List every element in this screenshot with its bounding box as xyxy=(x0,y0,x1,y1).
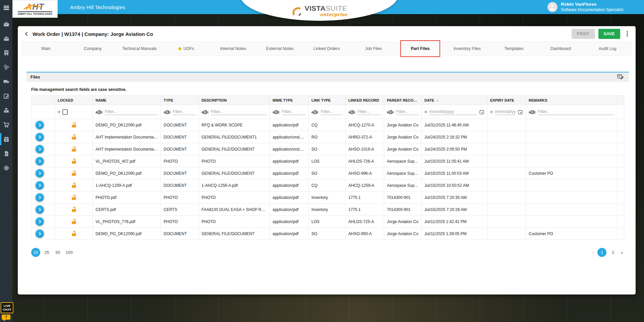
column-header-expiry-date[interactable]: EXPIRY DATE xyxy=(487,96,526,105)
expand-row-button[interactable] xyxy=(36,145,44,153)
expiry-date-filter-input[interactable] xyxy=(495,109,516,115)
column-header-description[interactable]: DESCRIPTION xyxy=(199,96,270,105)
live-chat-widget[interactable]: LIVE CHAT ? xyxy=(1,302,13,320)
cell-parent-record: Jorge Aviation Co xyxy=(384,119,422,131)
sidebar-item-company[interactable] xyxy=(0,48,12,58)
column-header-locked[interactable]: LOCKED xyxy=(55,96,93,105)
tab-job-files[interactable]: Job Files xyxy=(350,42,397,55)
back-button[interactable] xyxy=(22,30,31,38)
sidebar-item-shipping[interactable] xyxy=(0,76,12,87)
sidebar-item-sales[interactable] xyxy=(0,105,12,115)
aht-logo[interactable]: AHT AMBRY HILL TECHNOLOGIES xyxy=(12,0,58,18)
tab-udfs[interactable]: UDFs xyxy=(163,42,210,55)
text-match-icon[interactable]: abc xyxy=(164,110,171,114)
text-match-icon[interactable]: abc xyxy=(348,110,356,114)
next-page-button[interactable]: › xyxy=(620,249,624,256)
page-size-10[interactable]: 10 xyxy=(31,248,40,257)
column-header-name[interactable]: NAME xyxy=(93,96,161,105)
tab-audit-log[interactable]: Audit Log xyxy=(584,42,631,55)
text-match-icon[interactable]: abc xyxy=(96,110,103,114)
sidebar-item-purchasing[interactable] xyxy=(0,120,12,130)
page-size-selector: 102550100 xyxy=(31,248,74,257)
expand-row-button[interactable] xyxy=(36,229,44,238)
document-icon xyxy=(3,150,10,157)
tab-templates[interactable]: Templates xyxy=(490,42,537,55)
remarks-filter-input[interactable] xyxy=(538,109,614,115)
prev-page-button[interactable]: ‹ xyxy=(591,249,596,256)
equals-filter-icon[interactable]: = xyxy=(424,109,427,115)
edit-columns-button[interactable] xyxy=(616,72,625,82)
cell-linked-record: AHRO-372-A xyxy=(346,131,384,143)
page-2[interactable]: 2 xyxy=(608,248,618,257)
sidebar-item-toolbox[interactable] xyxy=(0,19,12,29)
name-filter-input[interactable] xyxy=(105,109,158,115)
sidebar-item-settings[interactable] xyxy=(0,163,12,173)
linked-record-filter-input[interactable] xyxy=(358,109,381,115)
sidebar-item-parts[interactable] xyxy=(0,62,12,72)
save-button[interactable]: SAVE xyxy=(598,29,620,39)
expand-row-button[interactable] xyxy=(36,193,44,202)
column-header-parent-record[interactable]: PARENT RECORD xyxy=(384,96,422,105)
card-header: Work Order | W1374 | Company: Jorge Avia… xyxy=(18,26,636,42)
link-type-filter-input[interactable] xyxy=(321,109,343,115)
tab-linked-orders[interactable]: Linked Orders xyxy=(303,42,350,55)
equals-filter-icon[interactable]: = xyxy=(58,109,60,115)
table-row: DEMO_PO_DK12090.pdf DOCUMENT GENERAL FIL… xyxy=(32,228,624,240)
page-size-25[interactable]: 25 xyxy=(42,248,51,257)
hamburger-menu-button[interactable] xyxy=(0,3,12,13)
expand-row-button[interactable] xyxy=(36,169,44,177)
text-match-icon[interactable]: abc xyxy=(387,110,394,114)
more-options-button[interactable] xyxy=(624,29,631,39)
expand-row-button[interactable] xyxy=(36,157,44,165)
cell-expiry-date xyxy=(487,192,526,204)
tab-part-files[interactable]: Part Files xyxy=(397,42,444,55)
page-size-100[interactable]: 100 xyxy=(64,248,74,257)
column-header-linked-record[interactable]: LINKED RECORD xyxy=(346,96,384,105)
text-match-icon[interactable]: abc xyxy=(311,110,319,114)
text-match-icon[interactable]: abc xyxy=(201,110,209,114)
expand-row-button[interactable] xyxy=(36,121,44,129)
column-header-type[interactable]: TYPE xyxy=(161,96,199,105)
equals-filter-icon[interactable]: = xyxy=(490,109,493,115)
mime-type-filter-input[interactable] xyxy=(282,109,306,115)
date-calendar-button[interactable] xyxy=(479,109,484,115)
cell-expiry-date xyxy=(487,179,526,192)
text-match-icon[interactable]: abc xyxy=(273,110,280,114)
expand-row-button[interactable] xyxy=(36,205,44,214)
tab-company[interactable]: Company xyxy=(69,42,116,55)
sidebar-item-quotes[interactable] xyxy=(0,91,12,101)
tab-external-notes[interactable]: External Notes xyxy=(256,42,303,55)
type-filter-input[interactable] xyxy=(173,109,196,115)
user-profile[interactable]: Robin VanFlores Software Documentation S… xyxy=(547,2,623,12)
sidebar-item-invoices[interactable] xyxy=(0,149,12,159)
cell-mime-type: application/pdf xyxy=(270,167,309,179)
tab-dashboard[interactable]: Dashboard xyxy=(537,42,584,55)
column-header-mime-type[interactable]: MIME TYPE xyxy=(270,96,309,105)
print-button[interactable]: PRINT xyxy=(572,29,595,39)
column-header-date[interactable]: DATE↓ xyxy=(422,96,487,105)
expiry-calendar-button[interactable] xyxy=(518,109,523,115)
tab-technical-manuals[interactable]: Technical Manuals xyxy=(116,42,163,55)
column-header-remarks[interactable]: REMARKS xyxy=(526,96,618,105)
tab-main[interactable]: Main xyxy=(22,42,69,55)
sidebar-item-toolbox-2[interactable] xyxy=(0,33,12,43)
sidebar-item-work-orders[interactable] xyxy=(0,134,12,144)
files-section-header: Files xyxy=(26,72,629,82)
page-size-50[interactable]: 50 xyxy=(53,248,62,257)
tab-inventory-files[interactable]: Inventory Files xyxy=(444,42,490,55)
date-filter-input[interactable] xyxy=(429,109,477,115)
column-header-link-type[interactable]: LINK TYPE xyxy=(309,96,346,105)
page-1[interactable]: 1 xyxy=(597,248,606,257)
vistasuite-swoosh-icon xyxy=(291,5,303,17)
parent-record-filter-input[interactable] xyxy=(396,109,419,115)
tab-internal-notes[interactable]: Internal Notes xyxy=(210,42,256,55)
cell-type: DOCUMENT xyxy=(161,131,199,143)
page-navigator: ‹12› xyxy=(591,248,624,257)
expand-row-button[interactable] xyxy=(36,217,44,226)
expand-row-button[interactable] xyxy=(36,133,44,141)
locked-filter-checkbox[interactable] xyxy=(62,109,68,115)
text-match-icon[interactable]: abc xyxy=(529,110,536,114)
expand-row-button[interactable] xyxy=(36,181,44,190)
description-filter-input[interactable] xyxy=(211,109,267,115)
cell-mime-type: application/pdf xyxy=(270,204,309,216)
